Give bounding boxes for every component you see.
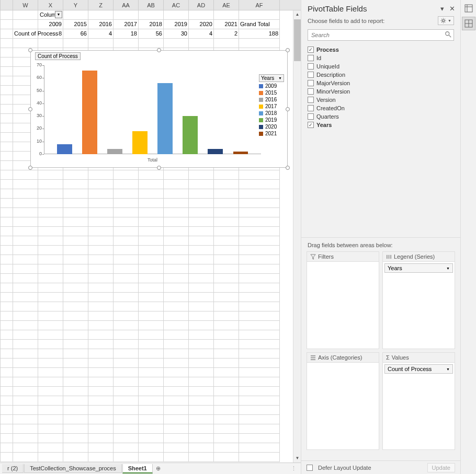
sheet-tab-sheet1[interactable]: Sheet1: [122, 464, 153, 473]
chart-legend[interactable]: Years ▼ 20092015201620172018201920202021: [259, 74, 284, 137]
grand-total-value[interactable]: 188: [239, 29, 280, 39]
legend-item[interactable]: 2021: [259, 131, 284, 136]
filters-area[interactable]: Filters: [307, 251, 379, 349]
col-AF[interactable]: AF: [239, 0, 280, 10]
format-pane-button[interactable]: [462, 2, 475, 15]
update-button[interactable]: Update: [427, 463, 455, 472]
chart-bar[interactable]: [157, 83, 173, 154]
chart-bar[interactable]: [57, 144, 72, 154]
table-icon: [464, 4, 473, 13]
resize-handle[interactable]: [28, 166, 32, 170]
field-item-description[interactable]: Description: [308, 71, 454, 78]
resize-handle[interactable]: [286, 107, 290, 111]
svg-rect-7: [311, 357, 315, 358]
legend-item[interactable]: 2015: [259, 90, 284, 96]
chart-plot-area[interactable]: Total 010203040506070: [44, 65, 261, 154]
resize-handle[interactable]: [28, 48, 32, 52]
pane-move-icon[interactable]: ▾: [440, 5, 444, 13]
field-item-quarters[interactable]: Quarters: [308, 112, 454, 120]
checkbox-icon: [308, 105, 314, 111]
search-icon: [445, 31, 452, 38]
chart-bar[interactable]: [107, 149, 122, 154]
close-icon[interactable]: ✕: [449, 5, 455, 13]
field-item-id[interactable]: Id: [308, 54, 454, 62]
field-item-process[interactable]: Process: [308, 45, 454, 53]
scroll-down-icon[interactable]: ▼: [293, 454, 301, 463]
scroll-thumb[interactable]: [294, 19, 301, 61]
col-AA[interactable]: AA: [114, 0, 139, 10]
field-item-uniqueid[interactable]: UniqueId: [308, 62, 454, 70]
column-labels-dropdown[interactable]: Column ▼: [38, 10, 63, 20]
values-area[interactable]: ΣValues Count of Process ▼: [382, 352, 455, 450]
resize-handle[interactable]: [286, 166, 290, 170]
legend-swatch: [259, 118, 263, 122]
scroll-up-icon[interactable]: ▲: [293, 10, 301, 19]
col-Y[interactable]: Y: [63, 0, 88, 10]
chart-bar[interactable]: [208, 149, 223, 154]
legend-item[interactable]: 2020: [259, 124, 284, 130]
col-AC[interactable]: AC: [164, 0, 189, 10]
add-sheet-button[interactable]: ⊕: [153, 465, 164, 472]
vertical-scrollbar[interactable]: ▲ ▼: [293, 10, 301, 463]
y-tick-label: 20: [33, 125, 42, 131]
chart-x-label: Total: [44, 157, 261, 163]
field-item-years[interactable]: Years: [308, 121, 454, 129]
svg-line-2: [449, 35, 451, 37]
y-tick-label: 40: [33, 100, 42, 106]
chart-bar[interactable]: [183, 116, 198, 154]
resize-handle[interactable]: [28, 107, 32, 111]
legend-swatch: [259, 98, 263, 102]
checkbox-icon: [308, 72, 314, 78]
col-X[interactable]: X: [38, 0, 63, 10]
resize-handle[interactable]: [157, 48, 161, 52]
col-W[interactable]: W: [13, 0, 38, 10]
svg-rect-9: [465, 5, 472, 12]
chart-title[interactable]: Count of Process: [35, 52, 81, 60]
chart-bar[interactable]: [233, 152, 248, 154]
layout-options-button[interactable]: ▼: [438, 16, 454, 25]
gear-icon: [440, 18, 446, 24]
sheet-tab-bar: r (2) TestCollection_Showcase_proces She…: [0, 463, 301, 474]
row-label[interactable]: Count of Process: [14, 29, 58, 38]
values-field-count[interactable]: Count of Process ▼: [384, 364, 453, 374]
col-AD[interactable]: AD: [189, 0, 214, 10]
legend-dropdown[interactable]: Years ▼: [259, 74, 284, 82]
defer-layout-checkbox[interactable]: Defer Layout Update: [307, 465, 371, 471]
grand-total-header[interactable]: Grand Total: [239, 20, 280, 29]
chart-bar[interactable]: [132, 131, 148, 154]
svg-point-1: [446, 32, 449, 36]
col-AB[interactable]: AB: [139, 0, 164, 10]
rows-icon: [310, 355, 316, 361]
tab-menu-icon[interactable]: ⋮: [287, 465, 301, 472]
resize-handle[interactable]: [286, 48, 290, 52]
legend-item[interactable]: 2016: [259, 97, 284, 102]
field-list-button[interactable]: [462, 17, 475, 30]
pivot-chart[interactable]: Count of Process Total 010203040506070 Y…: [30, 50, 288, 168]
svg-rect-5: [390, 255, 391, 258]
legend-item[interactable]: 2019: [259, 117, 284, 123]
legend-item[interactable]: 2009: [259, 83, 284, 89]
legend-area[interactable]: Legend (Series) Years ▼: [382, 251, 455, 349]
svg-point-0: [443, 19, 445, 21]
col-Z[interactable]: Z: [88, 0, 114, 10]
field-item-minorversion[interactable]: MinorVersion: [308, 87, 454, 95]
field-item-majorversion[interactable]: MajorVersion: [308, 79, 454, 87]
y-tick-label: 50: [33, 88, 42, 93]
field-item-version[interactable]: Version: [308, 96, 454, 103]
field-item-createdon[interactable]: CreatedOn: [308, 104, 454, 112]
legend-item[interactable]: 2018: [259, 110, 284, 116]
search-input[interactable]: [308, 29, 454, 41]
legend-item[interactable]: 2017: [259, 103, 284, 109]
checkbox-icon: [308, 47, 314, 53]
legend-field-years[interactable]: Years ▼: [384, 263, 453, 273]
col-AE[interactable]: AE: [214, 0, 239, 10]
chevron-down-icon[interactable]: ▼: [55, 11, 62, 18]
y-tick-label: 30: [33, 113, 42, 118]
resize-handle[interactable]: [157, 166, 161, 170]
svg-rect-4: [389, 255, 390, 258]
axis-area[interactable]: Axis (Categories): [307, 352, 379, 450]
sheet-tab-prev[interactable]: r (2): [2, 464, 24, 473]
field-list[interactable]: ProcessIdUniqueIdDescriptionMajorVersion…: [308, 45, 454, 134]
chart-bar[interactable]: [82, 71, 97, 154]
sheet-tab-testcollection[interactable]: TestCollection_Showcase_proces: [24, 464, 121, 473]
